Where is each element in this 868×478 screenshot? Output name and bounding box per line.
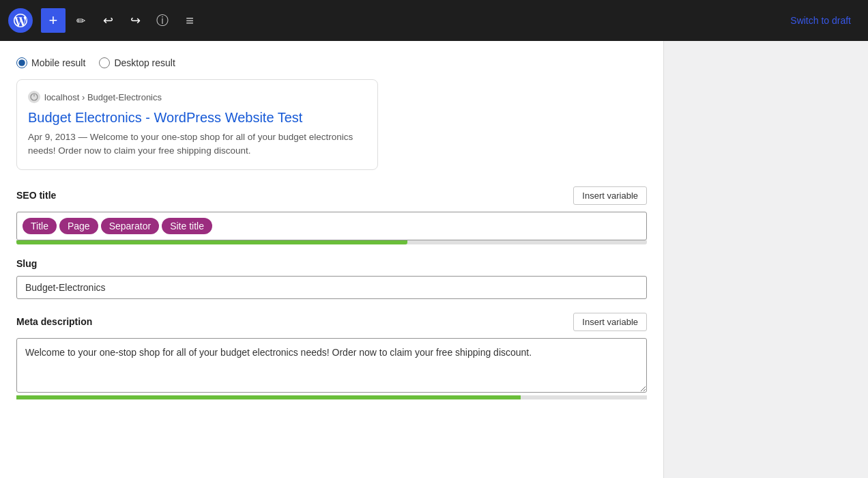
info-icon: ⓘ <box>156 12 169 29</box>
tag-title[interactable]: Title <box>23 218 57 234</box>
tag-separator[interactable]: Separator <box>101 218 159 234</box>
tag-site-title[interactable]: Site title <box>162 218 212 234</box>
slug-label: Slug <box>16 258 37 269</box>
list-icon: ≡ <box>186 13 194 29</box>
undo-icon: ↩ <box>103 13 113 28</box>
result-options: Mobile result Desktop result <box>16 57 647 68</box>
mobile-result-option[interactable]: Mobile result <box>16 57 85 68</box>
switch-draft-button[interactable]: Switch to draft <box>781 10 860 31</box>
redo-button[interactable]: ↪ <box>123 8 147 33</box>
switch-draft-label: Switch to draft <box>790 15 851 26</box>
seo-title-header: SEO title Insert variable <box>16 186 647 205</box>
undo-button[interactable]: ↩ <box>96 8 120 33</box>
meta-description-section: Meta description Insert variable Welcome… <box>16 313 647 399</box>
info-button[interactable]: ⓘ <box>150 8 175 33</box>
desktop-result-label: Desktop result <box>114 57 175 68</box>
meta-description-input[interactable]: Welcome to your one-stop shop for all of… <box>16 338 647 393</box>
content-panel: Mobile result Desktop result localhost › <box>0 41 663 478</box>
meta-insert-variable-button[interactable]: Insert variable <box>573 313 647 331</box>
list-button[interactable]: ≡ <box>177 8 202 33</box>
serp-preview-card: localhost › Budget-Electronics Budget El… <box>16 79 378 170</box>
seo-title-progress <box>16 240 647 244</box>
add-button[interactable]: + <box>41 8 66 33</box>
desktop-result-option[interactable]: Desktop result <box>99 57 175 68</box>
serp-description: Apr 9, 2013 — Welcome to your one-stop s… <box>28 130 366 158</box>
serp-title[interactable]: Budget Electronics - WordPress Website T… <box>28 109 366 126</box>
seo-title-section: SEO title Insert variable Title Page Sep… <box>16 186 647 244</box>
mobile-result-label: Mobile result <box>31 57 85 68</box>
slug-section: Slug <box>16 258 647 299</box>
serp-breadcrumb: localhost › Budget-Electronics <box>28 91 366 103</box>
serp-breadcrumb-text: localhost › Budget-Electronics <box>44 92 162 102</box>
site-icon <box>28 91 40 103</box>
edit-icon: ✏ <box>76 14 85 27</box>
edit-button[interactable]: ✏ <box>68 8 93 33</box>
seo-insert-variable-button[interactable]: Insert variable <box>573 186 647 205</box>
meta-description-label: Meta description <box>16 316 92 327</box>
tag-page[interactable]: Page <box>59 218 98 234</box>
meta-description-header: Meta description Insert variable <box>16 313 647 331</box>
seo-title-progress-fill <box>16 240 407 244</box>
redo-icon: ↪ <box>130 13 141 28</box>
desktop-radio[interactable] <box>99 57 110 68</box>
meta-description-progress <box>16 395 647 399</box>
slug-input[interactable] <box>16 276 647 299</box>
wp-logo <box>8 8 33 33</box>
toolbar: + ✏ ↩ ↪ ⓘ ≡ Switch to draft <box>0 0 868 41</box>
mobile-radio[interactable] <box>16 57 27 68</box>
main-area: Mobile result Desktop result localhost › <box>0 41 868 478</box>
meta-description-progress-fill <box>16 395 521 399</box>
slug-header: Slug <box>16 258 647 269</box>
seo-title-field[interactable]: Title Page Separator Site title <box>16 212 647 240</box>
seo-title-label: SEO title <box>16 190 56 201</box>
add-icon: + <box>49 12 58 29</box>
right-sidebar <box>663 41 868 478</box>
